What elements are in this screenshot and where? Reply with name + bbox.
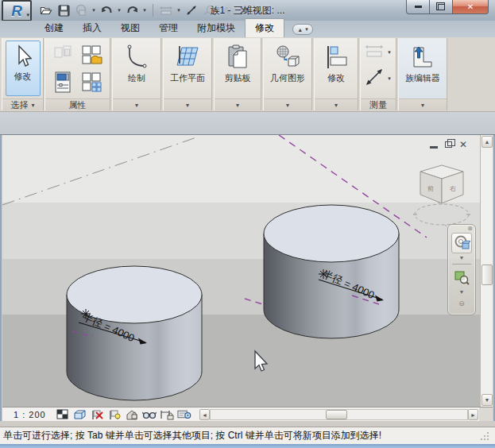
undo-button[interactable] (99, 2, 114, 18)
geometry-sphere-cube-icon (274, 44, 301, 70)
temporary-hide-isolate-button[interactable] (142, 408, 157, 420)
panel-select-label: 选择 ▾ (2, 98, 43, 110)
panel-clipboard-strip: ▾ (215, 98, 261, 110)
scroll-left-button[interactable]: ◄ (199, 409, 210, 420)
clipboard-button[interactable]: 剪贴板 (220, 41, 255, 97)
detail-level-button[interactable] (55, 408, 69, 420)
qat-expand-button[interactable] (236, 2, 252, 18)
aligned-dimension-button[interactable] (184, 2, 199, 18)
sync-dropdown-arrow[interactable]: ▾ (91, 7, 97, 14)
scroll-down-button[interactable]: ▼ (481, 394, 493, 406)
panel-workplane-strip: ▾ (164, 98, 211, 110)
view-control-bar: 1 : 200 (2, 407, 493, 421)
viewcube-front-label: 前 (427, 185, 434, 192)
panel-draw-flyout-arrow[interactable]: ▾ (135, 102, 138, 109)
visual-style-button[interactable] (72, 408, 87, 420)
redo-arrow-icon (126, 5, 139, 16)
save-button[interactable] (56, 2, 72, 18)
ribbon-collapse-button[interactable]: ▲▾ (292, 24, 313, 35)
locked-3d-view-button[interactable] (125, 408, 139, 420)
draw-gallery-button[interactable]: 绘制 (119, 41, 154, 97)
navbar-close-icon[interactable]: ⊗ (467, 226, 473, 232)
aligned-dimension-dropdown[interactable]: ▾ (386, 75, 393, 82)
aligned-dimension-tool-button[interactable] (364, 67, 385, 90)
undo-arrow-icon (100, 5, 114, 16)
collapse-up-icon: ▲ (297, 27, 303, 33)
panel-workplane: 工作平面 ▾ (163, 38, 212, 110)
redo-button[interactable] (124, 2, 140, 18)
tag-icon: 1 (203, 5, 215, 16)
application-menu-button[interactable]: R ▾ (2, 0, 32, 21)
load-into-project-icon (411, 44, 435, 70)
view-scale[interactable]: 1 : 200 (14, 410, 55, 419)
vertical-scroll-thumb[interactable] (481, 265, 493, 285)
panel-properties: 属性 (44, 38, 110, 110)
close-button[interactable]: ✕ (452, 0, 489, 14)
sun-path-button[interactable] (90, 408, 104, 420)
tab-manage[interactable]: 管理 (149, 19, 188, 37)
view-close-icon[interactable]: ✕ (459, 141, 467, 149)
modify-tools-label: 修改 (327, 72, 345, 84)
load-into-project-button[interactable]: 族编辑器 (405, 41, 440, 97)
zoom-dropdown-arrow[interactable]: ▼ (459, 289, 465, 295)
panel-family-editor-flyout-arrow[interactable]: ▾ (421, 102, 424, 109)
family-category-button[interactable] (79, 43, 106, 68)
maximize-button[interactable] (430, 0, 452, 14)
vertical-scrollbar[interactable]: ▲ ▼ (480, 135, 493, 407)
horizontal-scrollbar[interactable]: ◄ ► (199, 408, 478, 421)
work-plane-grid-icon (174, 44, 201, 70)
view-minimize-icon[interactable] (430, 146, 438, 149)
family-types-disabled-button[interactable] (50, 43, 77, 68)
tab-view[interactable]: 视图 (111, 19, 149, 37)
redo-dropdown-arrow[interactable]: ▾ (141, 7, 148, 14)
clipboard-label: 剪贴板 (225, 72, 251, 84)
revit-logo-icon: R (11, 2, 22, 20)
shadows-button[interactable] (107, 408, 122, 420)
modify-tools-button[interactable]: 修改 (319, 41, 354, 97)
open-button[interactable] (38, 2, 54, 18)
family-types-button[interactable] (79, 70, 106, 95)
minimize-button[interactable] (406, 0, 430, 14)
panel-workplane-flyout-arrow[interactable]: ▾ (186, 102, 189, 109)
panel-geometry-flyout-arrow[interactable]: ▾ (286, 102, 289, 109)
tag-button[interactable]: 1 (201, 2, 217, 18)
navbar-collapse-icon[interactable]: ⊖ (458, 299, 465, 307)
measure-tool-button[interactable] (364, 42, 385, 62)
tab-addins[interactable]: 附加模块 (188, 19, 245, 37)
workplane-button[interactable]: 工作平面 (170, 41, 205, 97)
tab-create[interactable]: 创建 (35, 19, 73, 37)
window-bottom-border (0, 444, 495, 448)
zoom-button[interactable] (451, 267, 472, 288)
model-canvas[interactable]: 半径 = 4000 半径 = 4000 前 右 (2, 135, 480, 407)
horizontal-scroll-thumb[interactable] (326, 410, 347, 419)
measure-tool-dropdown[interactable]: ▾ (386, 49, 393, 56)
geometry-button[interactable]: 几何图形 (270, 41, 305, 97)
panel-select-flyout-arrow[interactable]: ▾ (31, 102, 34, 109)
tab-modify[interactable]: 修改 (245, 18, 284, 37)
undo-dropdown-arrow[interactable]: ▾ (116, 7, 122, 14)
horizontal-scroll-track[interactable] (210, 409, 468, 420)
measure-tools: ▾ ▾ (364, 42, 394, 95)
panel-modify-flyout-arrow[interactable]: ▾ (335, 102, 338, 109)
measure-dropdown-arrow[interactable]: ▾ (176, 7, 182, 14)
resize-grip[interactable] (479, 431, 490, 441)
panel-clipboard-flyout-arrow[interactable]: ▾ (236, 102, 239, 109)
sync-with-central-button[interactable] (73, 2, 89, 18)
steering-wheel-button[interactable] (451, 233, 472, 253)
ribbon-tab-bar: 创建 插入 视图 管理 附加模块 修改 ▲▾ (0, 21, 495, 37)
tab-insert[interactable]: 插入 (73, 19, 111, 37)
clipboard-icon (226, 44, 249, 70)
properties-palette-button[interactable] (50, 70, 77, 95)
wheel-dropdown-arrow[interactable]: ▼ (459, 255, 465, 261)
modify-tool-button[interactable]: 修改 (6, 41, 41, 96)
crop-lock-button[interactable] (160, 408, 174, 420)
scroll-up-button[interactable]: ▲ (481, 136, 493, 148)
text-button[interactable]: A (218, 2, 234, 18)
detail-level-icon (56, 409, 68, 419)
scroll-right-button[interactable]: ► (468, 409, 478, 420)
measure-button[interactable] (158, 2, 174, 18)
sun-path-off-icon (91, 409, 104, 420)
view-restore-icon[interactable] (445, 141, 452, 148)
reveal-hidden-elements-button[interactable] (177, 408, 191, 420)
panel-family-editor-strip: ▾ (399, 98, 447, 110)
